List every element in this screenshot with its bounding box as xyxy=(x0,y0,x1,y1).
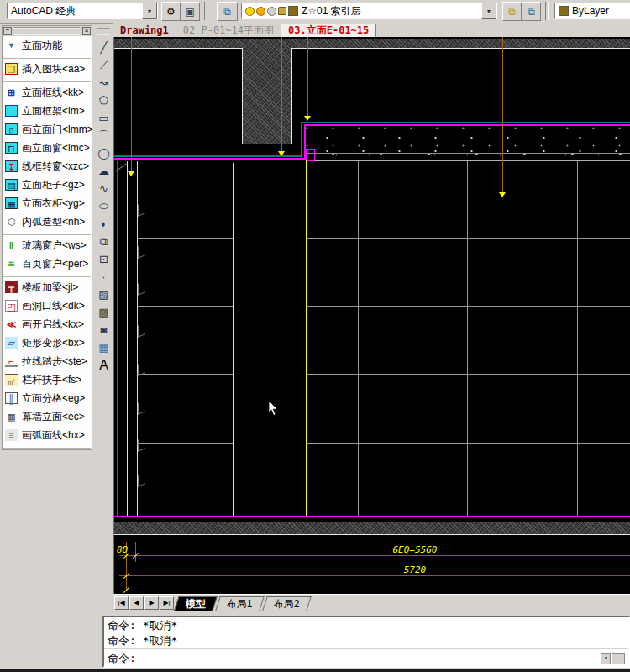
insert-block-icon: ❒ xyxy=(5,63,18,75)
color-control-combo[interactable]: ByLayer xyxy=(554,3,630,19)
sidebar-item-label: 画开启线<kx> xyxy=(22,318,84,332)
collapse-triangle-icon[interactable]: ▼ xyxy=(5,39,18,51)
sidebar-item-hualimianchuang[interactable]: ⊓ 画立面窗<lmc> xyxy=(3,139,92,157)
layers-icon: ⧉ xyxy=(223,6,231,18)
point-icon[interactable]: · xyxy=(95,268,113,286)
sidebar-item-label: 立面分格<eg> xyxy=(22,391,85,406)
multiline-text-icon[interactable]: A xyxy=(95,356,113,374)
sidebar-item-xiankuangzhuanchuang[interactable]: ↧ 线框转窗<xzc> xyxy=(3,157,92,176)
sidebar-item-neihuzaoxing[interactable]: ⬡ 内弧造型<nh> xyxy=(3,213,92,231)
rectangle-icon[interactable]: ▭ xyxy=(95,109,113,127)
tab-model[interactable]: 模型 xyxy=(174,596,218,611)
hatch-icon[interactable]: ▨ xyxy=(95,286,113,303)
tab-last-button[interactable]: ▶| xyxy=(160,596,174,610)
command-input-row[interactable]: 命令: ◂ xyxy=(104,649,628,668)
chevron-down-icon[interactable]: ▼ xyxy=(142,3,157,19)
sidebar-item-limianyigui[interactable]: ▦ 立面衣柜<yg> xyxy=(3,194,92,213)
layer-manager-button[interactable]: ⧉ xyxy=(217,2,238,21)
panel-close-icon[interactable]: × xyxy=(82,27,91,35)
sidebar-item-charutukuai[interactable]: ❒ 插入图块<aa> xyxy=(3,60,92,78)
ellipse-arc-icon[interactable]: ◗ xyxy=(95,215,113,233)
tab-prev-button[interactable]: ◀ xyxy=(129,596,144,610)
make-layer-current-button[interactable]: ⧉ xyxy=(502,2,522,21)
curtain-wall-icon: ▦ xyxy=(5,411,18,423)
make-block-icon[interactable]: ⊡ xyxy=(95,250,113,268)
layer-on-icon[interactable] xyxy=(245,7,255,16)
panel-drag-grip[interactable] xyxy=(14,27,80,35)
command-window[interactable]: 命令: *取消* 命令: *取消* 命令: ◂ xyxy=(102,616,630,668)
frame-icon xyxy=(5,105,18,117)
sidebar-item-hualimianmen[interactable]: ▯ 画立面门<lmm> xyxy=(3,120,92,139)
table-icon[interactable]: ▦ xyxy=(95,339,113,356)
sidebar-item-label: 立面衣柜<yg> xyxy=(22,197,85,211)
doc-tab-drawing1[interactable]: Drawing1 xyxy=(113,24,176,37)
sidebar-item-limianguizi[interactable]: ▤ 立面柜子<gz> xyxy=(3,176,92,194)
scroll-left-icon[interactable]: ◂ xyxy=(601,653,611,664)
workspace-save-button[interactable]: ▣ xyxy=(181,2,200,21)
command-scrollbar[interactable]: ◂ xyxy=(601,653,625,664)
gradient-icon[interactable]: ▩ xyxy=(95,303,113,321)
sidebar-item-baiyechuanghu[interactable]: ≋ 百页窗户<per> xyxy=(3,255,92,273)
grid-horizontal xyxy=(306,443,630,444)
tab-next-button[interactable]: ▶ xyxy=(144,596,159,610)
construction-line-icon[interactable]: ⟋ xyxy=(95,56,113,74)
ellipse-icon[interactable]: ⬭ xyxy=(95,197,113,215)
workspace-combo[interactable]: AutoCAD 经典 ▼ xyxy=(7,3,158,19)
circle-icon[interactable]: ◯ xyxy=(95,144,113,162)
grid-horizontal xyxy=(137,374,233,375)
polygon-icon[interactable]: ⬠ xyxy=(95,92,113,109)
region-icon[interactable]: ◙ xyxy=(95,321,113,339)
grid-vertical-gray xyxy=(117,161,118,517)
polyline-icon[interactable]: ↝ xyxy=(95,74,113,92)
layer-plot-icon[interactable] xyxy=(267,7,276,16)
command-prompt: 命令: xyxy=(108,651,136,666)
line-icon[interactable]: ╱ xyxy=(95,39,113,56)
tab-layout2[interactable]: 布局2 xyxy=(262,596,311,611)
layer-previous-button[interactable]: ⧉ xyxy=(522,2,541,21)
doc-tab-plan[interactable]: 02 P-01~14平面图 xyxy=(176,24,281,37)
sidebar-item-huadongkouxian[interactable]: ◰ 画洞口线<dk> xyxy=(3,297,92,315)
grid-vertical-yellow xyxy=(306,160,307,517)
sidebar-item-bolichuanghu[interactable]: ‖ 玻璃窗户<ws> xyxy=(3,236,92,255)
sidebar-item-laxiantabu[interactable]: ⌐ 拉线踏步<ste> xyxy=(3,352,92,370)
sidebar-item-loubanjialiang[interactable]: ┳ 楼板加梁<jl> xyxy=(3,278,92,297)
sidebar-item-langanfushou[interactable]: ㎡ 栏杆扶手<fs> xyxy=(3,370,92,389)
sidebar-item-huakaiqixian[interactable]: ≪ 画开启线<kx> xyxy=(3,315,92,333)
sidebar-item-limianfenge[interactable]: ║ 立面分格<eg> xyxy=(3,389,92,407)
beam-icon: ┳ xyxy=(5,281,18,293)
sidebar-item-huahumianxian[interactable]: ≡ 画弧面线<hx> xyxy=(3,426,92,444)
layout-tab-bar: |◀ ◀ ▶ ▶| 模型 布局1 布局2 xyxy=(113,594,630,612)
panel-minimize-icon[interactable]: − xyxy=(3,27,12,35)
sidebar-item-limiankuangjia[interactable]: 立面框架<lm> xyxy=(3,102,92,120)
tab-first-button[interactable]: |◀ xyxy=(114,596,129,610)
command-history[interactable]: 命令: *取消* 命令: *取消* xyxy=(104,617,628,649)
tab-layout1[interactable]: 布局1 xyxy=(215,596,264,611)
insert-block-icon[interactable]: ⧉ xyxy=(95,233,113,250)
layer-combo[interactable]: Z☆01 索引层 ▼ xyxy=(241,3,497,19)
sidebar-item-limiankuangxian[interactable]: ⊞ 立面框线<kk> xyxy=(3,83,92,102)
workspace-settings-button[interactable]: ⚙ xyxy=(161,2,181,21)
toolbar-grip[interactable] xyxy=(97,28,110,35)
drawing-canvas[interactable]: 80 6EQ=5560 5720 xyxy=(113,37,630,594)
revision-cloud-icon[interactable]: ☁ xyxy=(95,162,113,180)
chevron-down-icon[interactable]: ▼ xyxy=(481,3,496,19)
dim-extension-line xyxy=(135,542,136,562)
grid-horizontal xyxy=(137,238,233,239)
grid-vertical-gray xyxy=(577,161,578,517)
sidebar-item-juxingbianxing[interactable]: ▱ 矩形变形<bx> xyxy=(3,333,92,352)
layer-freeze-icon[interactable] xyxy=(256,7,265,16)
spline-icon[interactable]: ∿ xyxy=(95,180,113,197)
layer-lock-icon[interactable] xyxy=(278,7,286,15)
sidebar-item-label: 画立面门<lmm> xyxy=(22,123,93,137)
scroll-thumb[interactable] xyxy=(612,653,625,664)
arc-icon[interactable]: ⌒ xyxy=(95,127,113,144)
panel-header[interactable]: − × xyxy=(3,26,92,36)
sidebar-item-label: 楼板加梁<jl> xyxy=(22,281,78,295)
doc-tab-elevation-active[interactable]: 03.立面E-01~15 xyxy=(281,24,376,37)
sidebar-item-limiangongneng[interactable]: ▼ 立面功能 xyxy=(3,36,92,55)
sidebar-item-label: 立面框线<kk> xyxy=(22,86,84,100)
panel-separator xyxy=(3,231,91,235)
teal-step-vertical xyxy=(301,122,302,158)
sidebar-item-label: 画立面窗<lmc> xyxy=(22,141,90,155)
sidebar-item-muqianglimian[interactable]: ▦ 幕墙立面<ec> xyxy=(3,407,92,426)
